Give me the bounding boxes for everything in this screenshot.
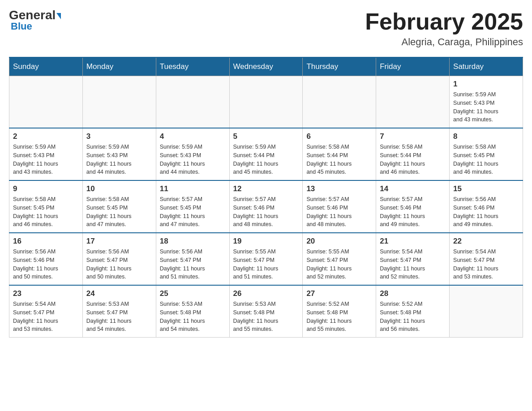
calendar-week-1: 1Sunrise: 5:59 AM Sunset: 5:43 PM Daylig… bbox=[9, 76, 523, 128]
calendar-cell: 14Sunrise: 5:57 AM Sunset: 5:46 PM Dayli… bbox=[376, 180, 450, 233]
day-info: Sunrise: 5:57 AM Sunset: 5:46 PM Dayligh… bbox=[306, 195, 372, 229]
day-info: Sunrise: 5:53 AM Sunset: 5:48 PM Dayligh… bbox=[233, 300, 299, 334]
day-info: Sunrise: 5:57 AM Sunset: 5:46 PM Dayligh… bbox=[380, 195, 446, 229]
day-info: Sunrise: 5:56 AM Sunset: 5:47 PM Dayligh… bbox=[160, 248, 226, 281]
day-info: Sunrise: 5:54 AM Sunset: 5:47 PM Dayligh… bbox=[453, 248, 519, 281]
day-info: Sunrise: 5:53 AM Sunset: 5:48 PM Dayligh… bbox=[160, 300, 226, 334]
day-number: 22 bbox=[453, 237, 519, 246]
calendar-cell: 1Sunrise: 5:59 AM Sunset: 5:43 PM Daylig… bbox=[450, 76, 523, 128]
day-number: 20 bbox=[306, 237, 372, 246]
column-header-thursday: Thursday bbox=[303, 57, 376, 76]
calendar-cell bbox=[229, 76, 303, 128]
column-header-saturday: Saturday bbox=[450, 57, 523, 76]
day-number: 21 bbox=[380, 237, 446, 246]
day-info: Sunrise: 5:58 AM Sunset: 5:45 PM Dayligh… bbox=[453, 143, 519, 176]
calendar-cell bbox=[9, 76, 83, 128]
day-info: Sunrise: 5:58 AM Sunset: 5:45 PM Dayligh… bbox=[13, 195, 79, 229]
calendar-cell: 21Sunrise: 5:54 AM Sunset: 5:47 PM Dayli… bbox=[376, 233, 450, 285]
logo-triangle-icon bbox=[56, 13, 61, 19]
day-number: 19 bbox=[233, 237, 299, 246]
day-number: 16 bbox=[13, 237, 79, 246]
calendar-cell: 27Sunrise: 5:52 AM Sunset: 5:48 PM Dayli… bbox=[303, 285, 376, 338]
calendar-cell: 15Sunrise: 5:56 AM Sunset: 5:46 PM Dayli… bbox=[450, 180, 523, 233]
day-number: 25 bbox=[160, 289, 226, 298]
day-number: 17 bbox=[86, 237, 152, 246]
calendar-cell: 8Sunrise: 5:58 AM Sunset: 5:45 PM Daylig… bbox=[450, 128, 523, 180]
day-number: 13 bbox=[306, 184, 372, 193]
day-number: 7 bbox=[380, 132, 446, 141]
calendar-cell: 20Sunrise: 5:55 AM Sunset: 5:47 PM Dayli… bbox=[303, 233, 376, 285]
calendar-cell: 6Sunrise: 5:58 AM Sunset: 5:44 PM Daylig… bbox=[303, 128, 376, 180]
calendar-cell: 18Sunrise: 5:56 AM Sunset: 5:47 PM Dayli… bbox=[156, 233, 229, 285]
day-number: 15 bbox=[453, 184, 519, 193]
day-info: Sunrise: 5:59 AM Sunset: 5:44 PM Dayligh… bbox=[233, 143, 299, 176]
day-number: 24 bbox=[86, 289, 152, 298]
day-number: 6 bbox=[306, 132, 372, 141]
calendar-cell: 16Sunrise: 5:56 AM Sunset: 5:46 PM Dayli… bbox=[9, 233, 83, 285]
day-info: Sunrise: 5:54 AM Sunset: 5:47 PM Dayligh… bbox=[13, 300, 79, 334]
day-info: Sunrise: 5:59 AM Sunset: 5:43 PM Dayligh… bbox=[86, 143, 152, 176]
day-number: 8 bbox=[453, 132, 519, 141]
title-section: February 2025 Alegria, Caraga, Philippin… bbox=[365, 9, 523, 48]
calendar-table: SundayMondayTuesdayWednesdayThursdayFrid… bbox=[9, 57, 523, 338]
calendar-cell: 12Sunrise: 5:57 AM Sunset: 5:46 PM Dayli… bbox=[229, 180, 303, 233]
day-number: 23 bbox=[13, 289, 79, 298]
calendar-header-row: SundayMondayTuesdayWednesdayThursdayFrid… bbox=[9, 57, 523, 76]
calendar-cell: 26Sunrise: 5:53 AM Sunset: 5:48 PM Dayli… bbox=[229, 285, 303, 338]
column-header-tuesday: Tuesday bbox=[156, 57, 229, 76]
day-info: Sunrise: 5:56 AM Sunset: 5:47 PM Dayligh… bbox=[86, 248, 152, 281]
day-info: Sunrise: 5:59 AM Sunset: 5:43 PM Dayligh… bbox=[13, 143, 79, 176]
calendar-cell: 28Sunrise: 5:52 AM Sunset: 5:48 PM Dayli… bbox=[376, 285, 450, 338]
day-number: 5 bbox=[233, 132, 299, 141]
logo-general: General bbox=[9, 9, 61, 21]
day-info: Sunrise: 5:58 AM Sunset: 5:44 PM Dayligh… bbox=[380, 143, 446, 176]
day-info: Sunrise: 5:55 AM Sunset: 5:47 PM Dayligh… bbox=[233, 248, 299, 281]
calendar-cell: 23Sunrise: 5:54 AM Sunset: 5:47 PM Dayli… bbox=[9, 285, 83, 338]
location: Alegria, Caraga, Philippines bbox=[365, 36, 523, 48]
day-info: Sunrise: 5:56 AM Sunset: 5:46 PM Dayligh… bbox=[453, 195, 519, 229]
calendar-cell: 3Sunrise: 5:59 AM Sunset: 5:43 PM Daylig… bbox=[82, 128, 156, 180]
day-info: Sunrise: 5:59 AM Sunset: 5:43 PM Dayligh… bbox=[453, 90, 519, 124]
column-header-sunday: Sunday bbox=[9, 57, 83, 76]
calendar-cell: 9Sunrise: 5:58 AM Sunset: 5:45 PM Daylig… bbox=[9, 180, 83, 233]
calendar-cell bbox=[376, 76, 450, 128]
column-header-monday: Monday bbox=[82, 57, 156, 76]
calendar-cell: 5Sunrise: 5:59 AM Sunset: 5:44 PM Daylig… bbox=[229, 128, 303, 180]
calendar-cell: 17Sunrise: 5:56 AM Sunset: 5:47 PM Dayli… bbox=[82, 233, 156, 285]
logo: General Blue bbox=[9, 9, 61, 32]
day-number: 4 bbox=[160, 132, 226, 141]
day-number: 1 bbox=[453, 80, 519, 89]
calendar-cell: 11Sunrise: 5:57 AM Sunset: 5:45 PM Dayli… bbox=[156, 180, 229, 233]
day-number: 9 bbox=[13, 184, 79, 193]
day-info: Sunrise: 5:55 AM Sunset: 5:47 PM Dayligh… bbox=[306, 248, 372, 281]
calendar-cell: 13Sunrise: 5:57 AM Sunset: 5:46 PM Dayli… bbox=[303, 180, 376, 233]
day-number: 14 bbox=[380, 184, 446, 193]
day-number: 27 bbox=[306, 289, 372, 298]
day-number: 26 bbox=[233, 289, 299, 298]
day-number: 10 bbox=[86, 184, 152, 193]
column-header-friday: Friday bbox=[376, 57, 450, 76]
logo-blue-text: Blue bbox=[11, 21, 32, 32]
day-info: Sunrise: 5:52 AM Sunset: 5:48 PM Dayligh… bbox=[380, 300, 446, 334]
calendar-cell: 10Sunrise: 5:58 AM Sunset: 5:45 PM Dayli… bbox=[82, 180, 156, 233]
day-number: 2 bbox=[13, 132, 79, 141]
calendar-cell bbox=[82, 76, 156, 128]
day-info: Sunrise: 5:56 AM Sunset: 5:46 PM Dayligh… bbox=[13, 248, 79, 281]
day-info: Sunrise: 5:53 AM Sunset: 5:47 PM Dayligh… bbox=[86, 300, 152, 334]
page-header: General Blue February 2025 Alegria, Cara… bbox=[9, 9, 523, 48]
calendar-cell bbox=[450, 285, 523, 338]
day-number: 11 bbox=[160, 184, 226, 193]
calendar-cell bbox=[303, 76, 376, 128]
calendar-cell: 4Sunrise: 5:59 AM Sunset: 5:43 PM Daylig… bbox=[156, 128, 229, 180]
column-header-wednesday: Wednesday bbox=[229, 57, 303, 76]
calendar-cell: 25Sunrise: 5:53 AM Sunset: 5:48 PM Dayli… bbox=[156, 285, 229, 338]
calendar-week-4: 16Sunrise: 5:56 AM Sunset: 5:46 PM Dayli… bbox=[9, 233, 523, 285]
day-number: 18 bbox=[160, 237, 226, 246]
calendar-cell: 24Sunrise: 5:53 AM Sunset: 5:47 PM Dayli… bbox=[82, 285, 156, 338]
calendar-cell: 2Sunrise: 5:59 AM Sunset: 5:43 PM Daylig… bbox=[9, 128, 83, 180]
calendar-cell: 19Sunrise: 5:55 AM Sunset: 5:47 PM Dayli… bbox=[229, 233, 303, 285]
calendar-cell: 7Sunrise: 5:58 AM Sunset: 5:44 PM Daylig… bbox=[376, 128, 450, 180]
day-info: Sunrise: 5:59 AM Sunset: 5:43 PM Dayligh… bbox=[160, 143, 226, 176]
day-info: Sunrise: 5:54 AM Sunset: 5:47 PM Dayligh… bbox=[380, 248, 446, 281]
day-number: 3 bbox=[86, 132, 152, 141]
